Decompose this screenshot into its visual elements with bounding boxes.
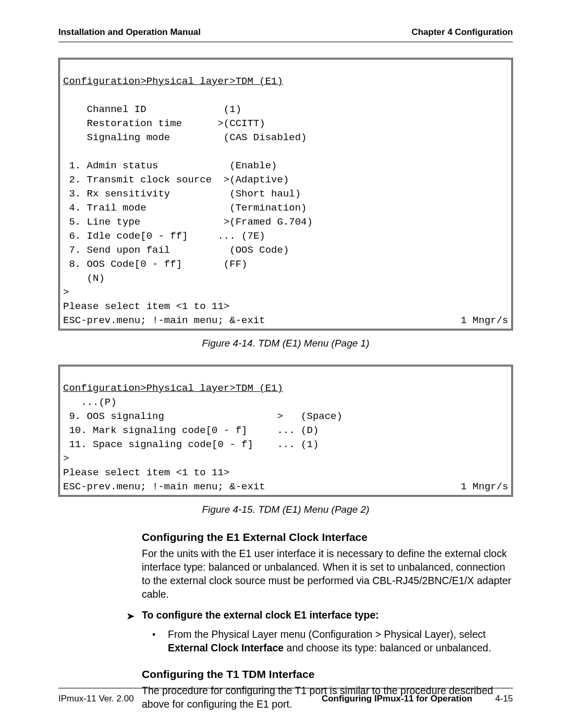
prompt: > [63,287,69,298]
prompt: > [63,453,69,464]
breadcrumb: Configuration>Physical layer>TDM (E1) [63,76,283,87]
select-instruction: Please select item <1 to 11> [63,467,229,478]
field-value: (Termination) [224,202,307,214]
field-value: (Enable) [224,160,277,171]
menu-item: 8. OOS Code[0 - ff] [63,258,182,270]
page-footer: IPmux-11 Ver. 2.00 Configuring IPmux-11 … [58,688,513,704]
menu-item: 4. Trail mode [63,202,146,214]
field-label: Channel ID [63,104,146,115]
section-name: Configuring IPmux-11 for Operation [322,694,472,704]
field-value: (OOS Code) [224,244,289,256]
menu-item: 10. Mark signaling code[0 - f] [63,425,247,436]
field-label: Restoration time [63,118,182,129]
field-value: (Short haul) [224,188,301,200]
section-heading-t1: Configuring the T1 TDM Interface [142,668,513,681]
field-value: ... (1) [277,439,319,450]
menu-item: 7. Send upon fail [63,244,170,256]
procedure-title: To configure the external clock E1 inter… [142,609,379,621]
field-value: (FF) [217,258,247,270]
continuation-indicator: ...(P) [63,397,117,408]
chapter-title: Chapter 4 Configuration [411,27,513,38]
field-value: >(CCITT) [217,118,265,129]
more-indicator: (N) [63,273,105,284]
menu-item: 5. Line type [63,216,140,228]
status-badge: 1 Mngr/s [461,480,508,494]
menu-item: 3. Rx sensitivity [63,188,170,200]
nav-help: ESC-prev.menu; !-main menu; &-exit [63,314,265,328]
field-value: >(Adaptive) [224,174,289,186]
breadcrumb: Configuration>Physical layer>TDM (E1) [63,382,283,394]
bullet-icon: • [152,627,168,641]
menu-item: 1. Admin status [63,160,158,171]
procedure-arrow-icon: ➤ [126,609,142,622]
page-content: Configuration>Physical layer>TDM (E1) Ch… [58,42,513,711]
section-paragraph: For the units with the E1 user interface… [142,547,513,601]
step-text-pre: From the Physical Layer menu (Configurat… [168,628,486,640]
procedure-step: From the Physical Layer menu (Configurat… [168,627,513,655]
page-number: 4-15 [495,694,513,704]
field-value: (1) [217,104,241,115]
menu-item: 11. Space signaling code[0 - f] [63,439,253,450]
field-value: ... (7E) [217,230,265,242]
step-text-bold: External Clock Interface [168,642,284,653]
select-instruction: Please select item <1 to 11> [63,301,229,312]
field-value: (CAS Disabled) [217,132,307,143]
terminal-screen-1: Configuration>Physical layer>TDM (E1) Ch… [58,58,513,330]
step-text-post: and choose its type: balanced or unbalan… [284,642,491,653]
terminal-screen-2: Configuration>Physical layer>TDM (E1) ..… [58,365,513,497]
section-heading-e1-clock: Configuring the E1 External Clock Interf… [142,531,513,544]
manual-title: Installation and Operation Manual [58,27,201,38]
field-value: ... (D) [277,425,319,436]
nav-help: ESC-prev.menu; !-main menu; &-exit [63,480,265,494]
menu-item: 9. OOS signaling [63,411,164,422]
product-version: IPmux-11 Ver. 2.00 [58,694,134,704]
status-badge: 1 Mngr/s [461,314,508,328]
page-header: Installation and Operation Manual Chapte… [58,27,513,42]
figure-caption-1: Figure 4-14. TDM (E1) Menu (Page 1) [58,338,513,349]
menu-item: 2. Transmit clock source [63,174,212,186]
field-value: > (Space) [277,411,342,422]
menu-item: 6. Idle code[0 - ff] [63,230,188,242]
field-label: Signaling mode [63,132,170,143]
figure-caption-2: Figure 4-15. TDM (E1) Menu (Page 2) [58,504,513,515]
field-value: >(Framed G.704) [224,216,313,228]
